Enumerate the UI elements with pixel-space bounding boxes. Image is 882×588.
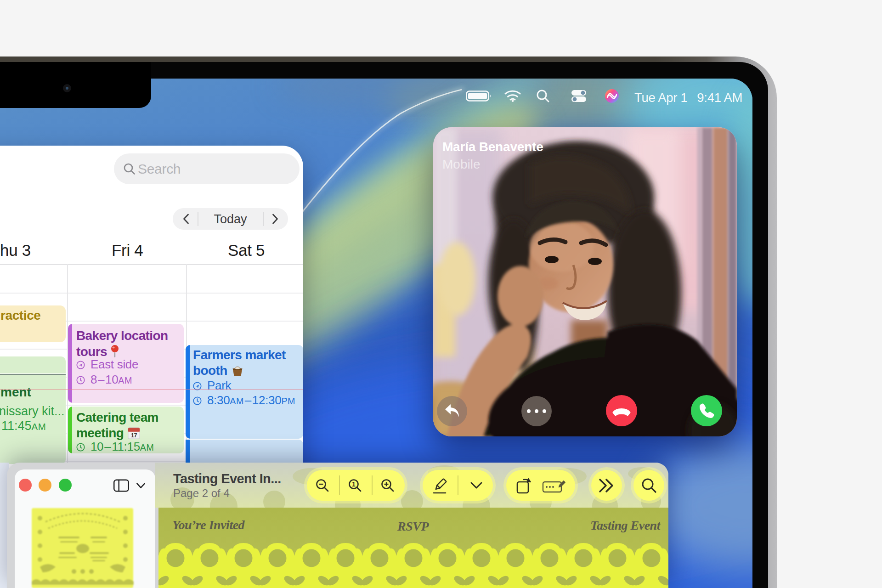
svg-text:17: 17 [131,432,137,439]
svg-text:1: 1 [352,481,356,488]
